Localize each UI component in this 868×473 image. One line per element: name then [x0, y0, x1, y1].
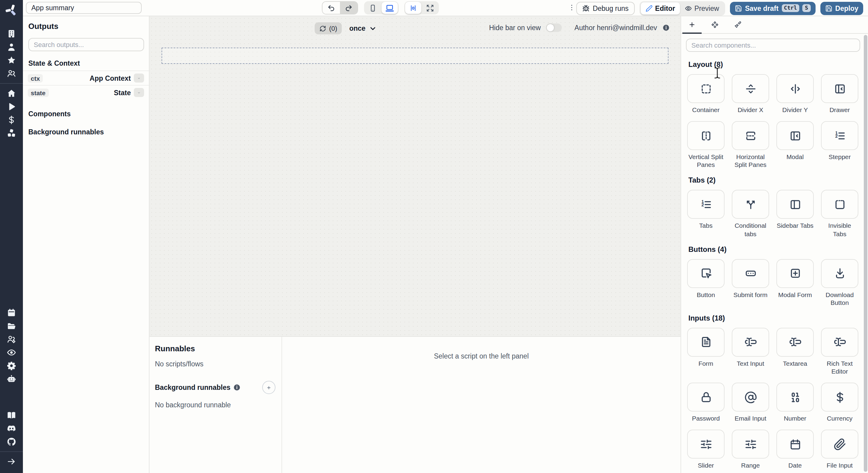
text-cursor-input-icon [833, 336, 846, 349]
info-icon [234, 384, 241, 391]
component-card-conditional-tabs[interactable]: Conditional tabs [732, 190, 769, 238]
fullscreen-button[interactable] [422, 2, 438, 14]
tab-preview[interactable]: Preview [680, 2, 724, 14]
deploy-button[interactable]: Deploy [820, 1, 863, 15]
modal-form-icon [789, 267, 801, 280]
runnables-panel: Runnables No scripts/flows Background ru… [150, 336, 681, 473]
component-card-vertical-split-panes[interactable]: Vertical Split Panes [687, 121, 724, 169]
center-align-button[interactable] [405, 2, 421, 14]
component-card-textarea[interactable]: Textarea [776, 328, 814, 368]
component-card-modal[interactable]: Modal [776, 121, 814, 161]
mobile-view-button[interactable] [365, 2, 381, 14]
component-card-box [687, 74, 724, 103]
tab-insert-component[interactable] [685, 16, 699, 33]
deploy-label: Deploy [835, 4, 858, 12]
component-card-drawer[interactable]: Drawer [821, 74, 858, 114]
svg-text:2: 2 [835, 133, 837, 138]
app-canvas[interactable]: (0) once Hide bar on view Author henri@w… [150, 16, 681, 336]
sliders-icon [744, 438, 757, 451]
rail-item-github[interactable] [0, 435, 23, 448]
rail-item-docs[interactable] [0, 409, 23, 422]
add-background-runnable-button[interactable] [262, 381, 276, 394]
undo-button[interactable] [322, 2, 340, 14]
schedule-dropdown[interactable]: once [349, 24, 377, 32]
output-row-state[interactable]: state State [23, 85, 149, 99]
rail-item-workspace[interactable] [0, 27, 23, 40]
hide-bar-toggle[interactable] [546, 24, 562, 32]
component-card-divider-x[interactable]: Divider X [732, 74, 769, 114]
rail-item-home[interactable] [0, 87, 23, 100]
component-card-horizontal-split-panes[interactable]: Horizontal Split Panes [732, 121, 769, 169]
rail-item-favorites[interactable] [0, 54, 23, 67]
component-card-box [821, 430, 858, 459]
state-key: state [28, 88, 49, 97]
component-card-rich-text-editor[interactable]: Rich Text Editor [821, 328, 858, 376]
debug-runs-button[interactable]: Debug runs [577, 1, 635, 15]
rail-item-ai-assistant[interactable] [0, 372, 23, 386]
rail-item-user[interactable] [0, 40, 23, 54]
component-card-text-input[interactable]: Text Input [732, 328, 769, 368]
component-card-range[interactable]: Range [732, 430, 769, 470]
component-card-invisible-tabs[interactable]: Invisible Tabs [821, 190, 858, 238]
building-icon [7, 29, 16, 38]
rail-item-workers[interactable] [0, 333, 23, 346]
state-expand-button[interactable] [134, 88, 144, 97]
search-outputs-input[interactable] [28, 38, 144, 51]
desktop-view-button[interactable] [381, 2, 398, 14]
redo-icon [345, 4, 352, 12]
component-card-download-button[interactable]: Download Button [821, 259, 858, 307]
rail-item-discord[interactable] [0, 422, 23, 435]
component-card-file-input[interactable]: File Input [821, 430, 858, 470]
component-label: Stepper [829, 153, 851, 161]
redo-button[interactable] [340, 2, 358, 14]
ctx-expand-button[interactable] [134, 73, 144, 83]
calendar-solid-icon [7, 308, 16, 318]
save-draft-button[interactable]: Save draft Ctrl S [730, 1, 815, 15]
component-card-email-input[interactable]: Email Input [732, 383, 769, 422]
component-card-box [687, 259, 724, 288]
tab-styling[interactable] [731, 16, 745, 33]
component-grid: ContainerDivider XDivider YDrawerVertica… [687, 74, 858, 169]
text-cursor-input-icon [789, 336, 801, 349]
refresh-icon [319, 25, 326, 32]
component-card-divider-y[interactable]: Divider Y [776, 74, 814, 114]
component-card-form[interactable]: Form [687, 328, 724, 368]
rail-item-variables[interactable] [0, 113, 23, 127]
search-components-input[interactable] [686, 38, 860, 52]
component-card-stepper[interactable]: 12Stepper [821, 121, 858, 161]
rail-item-runs[interactable] [0, 100, 23, 113]
component-card-button[interactable]: Button [687, 259, 724, 298]
component-card-container[interactable]: Container [687, 74, 724, 114]
rail-item-resources[interactable] [0, 127, 23, 140]
section-title: Buttons (4) [688, 245, 858, 253]
component-card-number[interactable]: Number [776, 383, 814, 422]
canvas-grid-placeholder[interactable] [161, 48, 669, 64]
at-sign-icon [744, 391, 757, 403]
component-card-sidebar-tabs[interactable]: Sidebar Tabs [776, 190, 814, 230]
component-card-box: 12 [687, 190, 724, 219]
section-title: Layout (8) [688, 60, 858, 69]
component-card-tabs[interactable]: 12Tabs [687, 190, 724, 230]
rail-item-members[interactable] [0, 67, 23, 80]
component-card-password[interactable]: Password [687, 383, 724, 422]
more-menu-button[interactable] [564, 1, 572, 15]
component-card-currency[interactable]: Currency [821, 383, 858, 422]
component-card-date[interactable]: Date [776, 430, 814, 470]
components-list: Layout (8)ContainerDivider XDivider YDra… [681, 52, 868, 472]
button-pointer-icon [700, 267, 712, 280]
app-summary-input[interactable] [26, 2, 142, 14]
windmill-logo-icon[interactable] [4, 3, 19, 18]
rail-item-audit-logs[interactable] [0, 346, 23, 359]
components-scrollbar[interactable] [864, 35, 867, 472]
output-row-ctx[interactable]: ctx App Context [23, 70, 149, 85]
refresh-button[interactable]: (0) [315, 22, 342, 34]
rail-item-collapse-sidebar[interactable] [0, 455, 23, 468]
component-card-modal-form[interactable]: Modal Form [776, 259, 814, 298]
rail-item-schedules[interactable] [0, 306, 23, 319]
component-card-submit-form[interactable]: Submit form [732, 259, 769, 298]
tab-component-settings[interactable] [708, 16, 722, 33]
rail-item-settings[interactable] [0, 359, 23, 372]
rail-item-folders[interactable] [0, 319, 23, 333]
component-card-slider[interactable]: Slider [687, 430, 724, 470]
tab-editor[interactable]: Editor [641, 2, 680, 14]
